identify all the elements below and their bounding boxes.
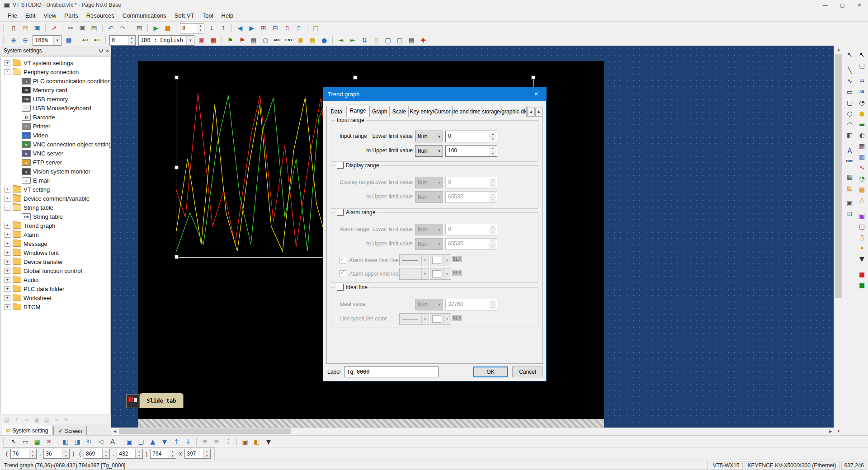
counter-button[interactable]: CNT xyxy=(283,35,294,45)
spinner-arrows[interactable]: ▲▼ xyxy=(169,449,176,458)
vnc-viewer-button[interactable]: ▢ xyxy=(394,35,405,45)
save-file-button[interactable]: ▣ xyxy=(32,23,42,33)
menu-file[interactable]: File xyxy=(4,11,21,20)
distribute-button[interactable]: ⋮ xyxy=(223,437,234,446)
tree-item-plc-data-folder[interactable]: +PLC data folder xyxy=(1,284,110,293)
page-down-button[interactable]: ↓ xyxy=(206,23,217,33)
flag-green-button[interactable]: ⚑ xyxy=(225,35,236,45)
flip-vertical-button[interactable]: ◨ xyxy=(72,437,83,446)
select-tool-button[interactable]: ↖ xyxy=(844,50,855,60)
expand-plus-icon[interactable]: + xyxy=(5,286,10,292)
selection-handle[interactable] xyxy=(175,255,179,259)
menu-view[interactable]: View xyxy=(39,11,60,20)
keypad-part-button[interactable]: ▦ xyxy=(857,141,867,151)
utility-button[interactable]: ✚ xyxy=(418,35,429,45)
menu-tool[interactable]: Tool xyxy=(198,11,217,20)
spinner-arrows[interactable]: ▲▼ xyxy=(62,449,69,458)
color-palette-button[interactable]: ▣ xyxy=(196,35,207,45)
selection-y1-spinner[interactable]: 36▲▼ xyxy=(43,449,70,459)
menu-resources[interactable]: Resources xyxy=(82,11,118,20)
delete-object-button[interactable]: ✕ xyxy=(43,437,54,446)
expand-plus-icon[interactable]: + xyxy=(5,277,10,283)
flip-horizontal-button[interactable]: ◧ xyxy=(60,437,71,446)
tree-delete-button[interactable]: ✕ xyxy=(52,416,61,424)
tree-cut-button[interactable]: ✂ xyxy=(22,416,31,424)
tree-item-string-table[interactable]: STRString table xyxy=(1,212,110,221)
menu-parts[interactable]: Parts xyxy=(60,11,82,20)
rounded-rect-tool-button[interactable]: ▢ xyxy=(844,98,855,108)
lamp-part-button[interactable]: ● xyxy=(857,108,867,118)
selection-x1-spinner[interactable]: 76▲▼ xyxy=(10,449,37,459)
tree-copy-button[interactable]: ▣ xyxy=(32,416,41,424)
tree-item-plc-communication-condition[interactable]: ▮PLC communication condition xyxy=(1,76,110,85)
open-file-button[interactable]: ▤ xyxy=(20,23,31,33)
part-marquee-button[interactable]: ▢ xyxy=(857,61,867,70)
tree-item-memory-card[interactable]: SDMemory card xyxy=(1,85,110,94)
next-screen-button[interactable]: ▶ xyxy=(246,23,257,33)
spinner-arrows[interactable]: ▲▼ xyxy=(489,132,496,141)
tree-item-trend-graph[interactable]: +Trend graph xyxy=(1,221,110,230)
new-file-button[interactable]: ▯ xyxy=(8,23,19,33)
tree-item-vt-system-settings[interactable]: +VT system settings xyxy=(1,58,110,67)
expand-plus-icon[interactable]: + xyxy=(5,241,10,247)
align-center-button[interactable]: ≡ xyxy=(211,437,222,446)
vertical-scroll-thumb[interactable] xyxy=(835,54,842,298)
spinner-arrows[interactable]: ▲▼ xyxy=(29,449,36,458)
expand-plus-icon[interactable]: + xyxy=(5,223,10,229)
image-part-button[interactable]: ▣ xyxy=(857,211,867,221)
ok-button[interactable]: OK xyxy=(473,367,508,377)
red-grid-button[interactable]: ▦ xyxy=(208,35,219,45)
tree-item-usb-memory[interactable]: USBUSB memory xyxy=(1,94,110,103)
expand-plus-icon[interactable]: + xyxy=(5,304,10,310)
scroll-up-icon[interactable]: ▲ xyxy=(834,46,843,53)
tree-item-string-table[interactable]: -String table xyxy=(1,203,110,212)
polyline-tool-button[interactable]: ∿ xyxy=(844,76,855,86)
memory-card-transfer-button[interactable]: ▯ xyxy=(371,35,382,45)
show-all-on-button[interactable]: ALL xyxy=(80,35,91,45)
info-button[interactable]: ● xyxy=(319,35,330,45)
tool-dropdown-button[interactable]: ▼ xyxy=(263,437,274,446)
selection-x2-spinner[interactable]: 869▲▼ xyxy=(84,449,110,459)
menu-edit[interactable]: Edit xyxy=(21,11,39,20)
tree-item-usb-mouse-keyboard[interactable]: ◠USB Mouse/Keyboard xyxy=(1,103,110,113)
string-display-part-button[interactable]: AB xyxy=(857,87,867,97)
data-graph-part-button[interactable]: ▤ xyxy=(857,184,867,194)
part-pointer-button[interactable]: ↖ xyxy=(857,50,867,60)
properties-button[interactable]: ▤ xyxy=(2,416,11,424)
slide-tab[interactable]: Slide tab xyxy=(139,393,184,408)
spinner-arrows[interactable]: ▲▼ xyxy=(197,24,204,33)
horizontal-scrollbar[interactable]: ◀ ▶ xyxy=(111,428,834,435)
expand-plus-icon[interactable]: + xyxy=(5,196,10,202)
search-document-button[interactable]: ▤ xyxy=(248,35,259,45)
pin-icon[interactable] xyxy=(98,48,103,53)
ideal-line-checkbox[interactable] xyxy=(337,284,344,291)
tree-item-vnc-connection-object-setting[interactable]: ▣VNC connection object setting xyxy=(1,140,110,149)
transfer-out-button[interactable]: ⇤ xyxy=(347,35,358,45)
expand-plus-icon[interactable]: + xyxy=(5,187,10,193)
tree-item-global-function-control[interactable]: +Global function control xyxy=(1,266,110,275)
numeric-display-part-button[interactable]: 12 xyxy=(857,76,867,86)
input-lower-value-field[interactable]: 0 ▲▼ xyxy=(445,131,497,142)
ungroup-button[interactable]: ▢ xyxy=(136,437,146,446)
vertical-scrollbar[interactable]: ▲ ▼ xyxy=(834,46,844,435)
send-to-back-button[interactable]: ▼ xyxy=(159,437,170,446)
cancel-button[interactable]: Cancel xyxy=(512,367,543,377)
flag-red-button[interactable]: ⚑ xyxy=(236,35,247,45)
zoom-out-button[interactable]: ⊖ xyxy=(20,35,31,45)
trend-graph-part-button[interactable]: ∿ xyxy=(857,163,867,173)
video-part-button[interactable]: ▢ xyxy=(857,221,867,231)
run-simulator-button[interactable]: ▶ xyxy=(151,23,161,33)
tree-item-periphery-connection[interactable]: -Periphery connection xyxy=(1,67,110,76)
tree-item-worksheet[interactable]: +Worksheet xyxy=(1,293,110,302)
tree-item-barcode[interactable]: ∥∥Barcode xyxy=(1,113,110,122)
document-part-button[interactable]: ▯ xyxy=(857,232,867,242)
language-select-combo[interactable]: ID0 : English▼ xyxy=(138,35,194,46)
bring-to-front-button[interactable]: ▲ xyxy=(147,437,158,446)
tree-item-vt-setting[interactable]: +VT setting xyxy=(1,185,110,194)
tree-item-device-comment-variable[interactable]: +Device comment/variable xyxy=(1,194,110,203)
expand-plus-icon[interactable]: + xyxy=(5,295,10,301)
font-button[interactable]: A xyxy=(107,437,118,446)
alarm-range-checkbox[interactable] xyxy=(337,209,344,216)
copy-button[interactable]: ▣ xyxy=(77,23,88,33)
tree-item-e-mail[interactable]: ✉E-mail xyxy=(1,176,110,185)
